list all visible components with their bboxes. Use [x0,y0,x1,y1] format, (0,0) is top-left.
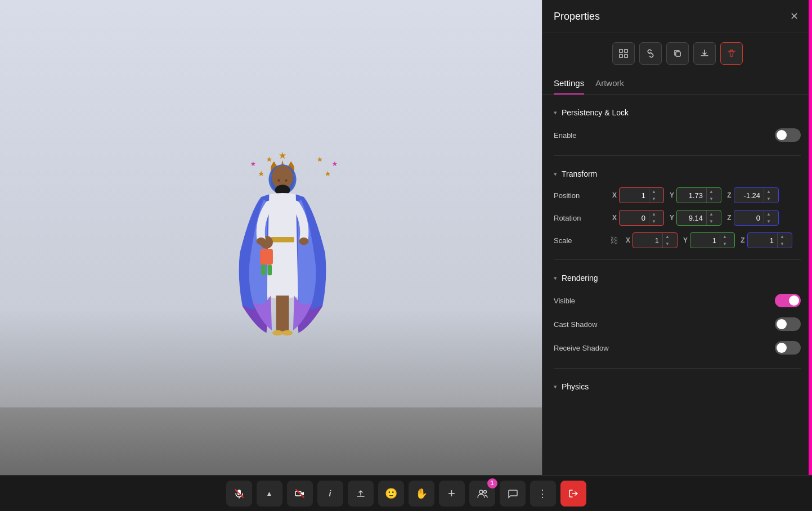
tab-artwork[interactable]: Artwork [595,74,624,95]
svg-rect-19 [260,249,273,265]
info-button[interactable]: i [317,481,343,506]
panel-title: Properties [554,11,600,23]
rotation-x-wrapper: ▲ ▼ [619,210,664,226]
svg-rect-27 [625,50,627,52]
close-button[interactable]: ✕ [788,8,801,25]
section-rendering-header[interactable]: ▾ Rendering [554,274,801,283]
duplicate-button[interactable] [666,42,689,65]
svg-point-16 [285,180,287,182]
svg-point-25 [282,330,293,335]
rotation-x-down[interactable]: ▼ [649,218,658,225]
svg-point-24 [272,330,283,335]
svg-rect-29 [625,55,627,57]
chevron-icon-3: ▾ [554,275,557,282]
rotation-y-spinners: ▲ ▼ [706,210,716,225]
viewport [0,0,542,475]
rotation-y-field[interactable] [677,212,706,225]
tabs-bar: Settings Artwork [542,74,812,95]
position-x-wrapper: ▲ ▼ [619,187,664,203]
position-z-up[interactable]: ▲ [764,188,773,195]
x-axis-label: X [610,191,619,199]
scale-y-up[interactable]: ▲ [720,233,729,240]
position-x-up[interactable]: ▲ [649,188,658,195]
svg-marker-4 [325,171,330,176]
scale-z-axis-label: Z [738,236,747,244]
scale-link-icon[interactable]: ⛓ [610,236,618,245]
visible-toggle[interactable] [775,294,801,307]
scrollbar[interactable] [809,0,812,475]
cast-shadow-toggle[interactable] [775,317,801,331]
rotation-z-down[interactable]: ▼ [764,218,773,225]
chevron-up-button[interactable]: ▲ [257,481,282,506]
position-z-down[interactable]: ▼ [764,195,773,203]
mute-mic-button[interactable] [226,481,252,506]
scale-x-input: X ▲ ▼ [623,232,678,248]
position-z-field[interactable] [734,189,764,202]
divider-3 [554,368,801,369]
position-y-field[interactable] [677,189,706,202]
scale-z-field[interactable] [748,234,777,247]
svg-rect-30 [676,52,680,56]
link-button[interactable] [639,42,662,65]
svg-marker-10 [288,162,294,167]
receive-shadow-toggle[interactable] [775,341,801,355]
rotation-y-down[interactable]: ▼ [707,218,716,225]
scale-x-field[interactable] [633,234,662,247]
scale-x-down[interactable]: ▼ [663,240,672,248]
section-transform: ▾ Transform Position X ▲ [554,169,801,248]
rotation-x-up[interactable]: ▲ [649,210,658,218]
rotation-row: Rotation X ▲ ▼ [554,210,801,226]
rotation-z-axis-label: Z [725,214,734,222]
scale-z-up[interactable]: ▲ [778,233,787,240]
section-transform-title: Transform [562,169,597,178]
download-button[interactable] [693,42,716,65]
position-x-field[interactable] [620,189,649,202]
enable-row: Enable [554,126,801,144]
tab-settings[interactable]: Settings [554,74,584,95]
position-y-spinners: ▲ ▼ [706,188,716,203]
scale-x-up[interactable]: ▲ [663,233,672,240]
add-button[interactable]: + [439,481,465,506]
rotation-y-up[interactable]: ▲ [707,210,716,218]
position-y-down[interactable]: ▼ [707,195,716,203]
section-physics: ▾ Physics [554,382,801,391]
fit-view-button[interactable] [612,42,635,65]
rotation-z-input: Z ▲ ▼ [725,210,779,226]
section-physics-header[interactable]: ▾ Physics [554,382,801,391]
svg-marker-8 [271,162,277,167]
scale-controls: ⛓ X ▲ ▼ Y [610,232,801,248]
position-row: Position X ▲ ▼ [554,187,801,203]
position-y-up[interactable]: ▲ [707,188,716,195]
people-button[interactable]: 1 [469,481,495,506]
enable-toggle[interactable] [775,128,801,142]
y-axis-label: Y [667,191,676,199]
scale-z-down[interactable]: ▼ [778,240,787,248]
visible-row: Visible [554,292,801,310]
svg-marker-6 [332,162,337,167]
scale-z-spinners: ▲ ▼ [777,233,787,248]
section-transform-header[interactable]: ▾ Transform [554,169,801,178]
upload-button[interactable] [348,481,374,506]
emoji-button[interactable]: 🙂 [378,481,404,506]
hand-button[interactable]: ✋ [409,481,434,506]
rotation-y-wrapper: ▲ ▼ [676,210,721,226]
position-x-down[interactable]: ▼ [649,195,658,203]
delete-button[interactable] [720,42,743,65]
position-z-input: Z ▲ ▼ [725,187,779,203]
more-button[interactable]: ⋮ [530,481,556,506]
scale-z-wrapper: ▲ ▼ [747,232,792,248]
scale-y-down[interactable]: ▼ [720,240,729,248]
scale-y-field[interactable] [690,234,720,247]
cast-shadow-label: Cast Shadow [554,320,597,329]
section-persistency-header[interactable]: ▾ Persistency & Lock [554,108,801,117]
rotation-x-field[interactable] [620,212,649,225]
z-axis-label: Z [725,191,734,199]
exit-button[interactable] [560,481,586,506]
section-rendering: ▾ Rendering Visible Cast Shadow Receive … [554,274,801,357]
rotation-z-field[interactable] [734,212,764,225]
scale-label: Scale [554,236,610,245]
floor [0,407,542,475]
chat-button[interactable] [500,481,526,506]
video-off-button[interactable] [287,481,313,506]
rotation-z-up[interactable]: ▲ [764,210,773,218]
